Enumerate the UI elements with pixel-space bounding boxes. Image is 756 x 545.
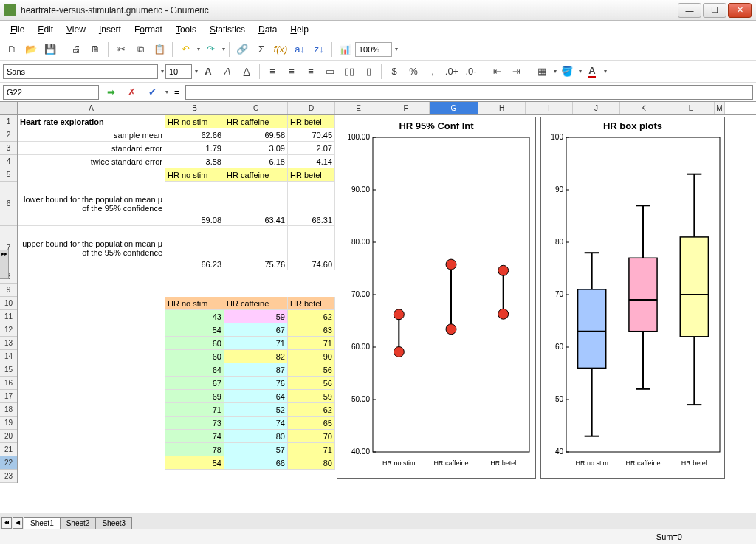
minimize-button[interactable]: — xyxy=(678,3,701,18)
goto-icon[interactable]: ➡ xyxy=(102,83,120,101)
menu-tools[interactable]: Tools xyxy=(170,23,202,36)
currency-icon[interactable]: $ xyxy=(385,63,403,80)
percent-icon[interactable]: % xyxy=(405,63,422,80)
menu-file[interactable]: File xyxy=(4,23,30,36)
sheet-tab[interactable]: Sheet1 xyxy=(24,517,61,529)
svg-point-25 xyxy=(498,265,509,275)
svg-text:60: 60 xyxy=(555,343,564,351)
align-left-icon[interactable]: ≡ xyxy=(264,63,281,80)
dec-indent-icon[interactable]: ⇤ xyxy=(488,63,506,80)
menu-statistics[interactable]: Statistics xyxy=(204,23,251,36)
svg-text:HR betel: HR betel xyxy=(490,459,516,467)
svg-rect-60 xyxy=(680,237,708,337)
statusbar: Sum=0 xyxy=(0,529,756,544)
menu-edit[interactable]: Edit xyxy=(32,23,59,36)
chart-conf-int[interactable]: HR 95% Conf Int 40.0050.0060.0070.0080.0… xyxy=(337,117,536,479)
menu-format[interactable]: Format xyxy=(128,23,168,36)
svg-point-16 xyxy=(394,347,404,357)
sum-icon[interactable]: Σ xyxy=(252,41,270,58)
chart-boxplot[interactable]: HR box plots 405060708090100HR no stimHR… xyxy=(540,117,725,479)
titlebar: heartrate-versus-stimulant.gnumeric - Gn… xyxy=(0,0,756,21)
menubar: File Edit View Insert Format Tools Stati… xyxy=(0,21,756,38)
function-icon[interactable]: f(x) xyxy=(272,41,289,58)
name-box[interactable]: G22 xyxy=(3,85,99,100)
hyperlink-icon[interactable]: 🔗 xyxy=(233,41,251,58)
standard-toolbar: 🗋 📂 💾 🖨 🗎 ✂ ⧉ 📋 ↶▾ ↷▾ 🔗 Σ f(x) a↓ z↓ 📊 1… xyxy=(0,38,756,61)
svg-text:50.00: 50.00 xyxy=(351,395,370,403)
maximize-button[interactable]: ☐ xyxy=(703,3,726,18)
align-center-icon[interactable]: ≡ xyxy=(283,63,300,80)
chart-title: HR box plots xyxy=(541,117,724,134)
app-icon xyxy=(4,4,16,16)
inc-indent-icon[interactable]: ⇥ xyxy=(507,63,525,80)
undo-icon[interactable]: ↶ xyxy=(176,41,194,58)
menu-insert[interactable]: Insert xyxy=(93,23,127,36)
svg-text:90: 90 xyxy=(555,185,564,193)
sheet-tab[interactable]: Sheet3 xyxy=(95,517,132,529)
formula-input[interactable] xyxy=(185,85,753,100)
align-right-icon[interactable]: ≡ xyxy=(302,63,320,80)
borders-icon[interactable]: ▦ xyxy=(533,63,551,80)
svg-text:60.00: 60.00 xyxy=(351,343,370,351)
cancel-icon[interactable]: ✗ xyxy=(123,83,140,101)
sheet-tabs: ⏮ ◀ Sheet1 Sheet2 Sheet3 xyxy=(0,513,756,529)
font-color-icon[interactable]: A xyxy=(583,63,601,80)
svg-text:HR no stim: HR no stim xyxy=(575,459,608,467)
new-icon[interactable]: 🗋 xyxy=(3,41,21,58)
paste-icon[interactable]: 📋 xyxy=(151,41,168,58)
split-icon[interactable]: ▯ xyxy=(360,63,377,80)
thousands-icon[interactable]: , xyxy=(424,63,441,80)
formula-label: = xyxy=(171,87,182,97)
bold-icon[interactable]: A xyxy=(199,63,217,80)
chart-title: HR 95% Conf Int xyxy=(337,117,535,134)
menu-help[interactable]: Help xyxy=(284,23,315,36)
open-icon[interactable]: 📂 xyxy=(22,41,40,58)
close-button[interactable]: ✕ xyxy=(728,3,752,18)
svg-text:40: 40 xyxy=(555,448,564,456)
svg-text:HR no stim: HR no stim xyxy=(382,459,416,467)
print-preview-icon[interactable]: 🗎 xyxy=(86,41,104,58)
accept-icon[interactable]: ✔ xyxy=(143,83,161,101)
font-family-combo[interactable]: Sans xyxy=(3,64,158,79)
chart-svg: 40.0050.0060.0070.0080.0090.00100.00HR n… xyxy=(337,134,537,474)
cut-icon[interactable]: ✂ xyxy=(112,41,130,58)
grid-area: 1234567891011121314151617181920212223 AB… xyxy=(0,102,756,513)
svg-text:100: 100 xyxy=(551,134,563,141)
tab-prev-icon[interactable]: ◀ xyxy=(13,517,23,529)
merge-icon[interactable]: ▭ xyxy=(321,63,339,80)
tab-first-icon[interactable]: ⏮ xyxy=(1,517,12,529)
svg-text:HR caffeine: HR caffeine xyxy=(434,459,469,467)
sort-desc-icon[interactable]: z↓ xyxy=(310,41,328,58)
svg-text:HR betel: HR betel xyxy=(681,459,707,467)
svg-text:80.00: 80.00 xyxy=(351,238,370,246)
menu-data[interactable]: Data xyxy=(252,23,283,36)
dec-decimal-icon[interactable]: .0- xyxy=(462,63,480,80)
column-headers[interactable]: ABCDEFGHIJKLM xyxy=(18,102,756,115)
svg-text:40.00: 40.00 xyxy=(351,448,370,456)
save-icon[interactable]: 💾 xyxy=(41,41,59,58)
svg-rect-53 xyxy=(629,258,657,331)
svg-text:90.00: 90.00 xyxy=(351,185,370,193)
window-title: heartrate-versus-stimulant.gnumeric - Gn… xyxy=(21,5,676,16)
copy-icon[interactable]: ⧉ xyxy=(131,41,149,58)
underline-icon[interactable]: A xyxy=(238,63,255,80)
italic-icon[interactable]: A xyxy=(219,63,236,80)
side-handle[interactable]: ▸▸ xyxy=(0,250,9,279)
cell-reference-bar: G22 ➡ ✗ ✔▾ = xyxy=(0,83,756,102)
sheet-tab[interactable]: Sheet2 xyxy=(60,517,97,529)
fill-color-icon[interactable]: 🪣 xyxy=(558,63,576,80)
sort-asc-icon[interactable]: a↓ xyxy=(291,41,309,58)
font-size-combo[interactable]: 10 xyxy=(165,64,192,79)
svg-text:70: 70 xyxy=(555,290,564,298)
select-all-corner[interactable] xyxy=(0,102,18,115)
merge-split-icon[interactable]: ▯▯ xyxy=(340,63,358,80)
inc-decimal-icon[interactable]: .0+ xyxy=(443,63,461,80)
svg-point-20 xyxy=(446,324,456,335)
chart-svg: 405060708090100HR no stimHR caffeineHR b… xyxy=(541,134,726,474)
print-icon[interactable]: 🖨 xyxy=(67,41,85,58)
chart-icon[interactable]: 📊 xyxy=(336,41,354,58)
redo-icon[interactable]: ↷ xyxy=(202,41,219,58)
zoom-combo[interactable]: 100% xyxy=(355,42,392,57)
menu-view[interactable]: View xyxy=(61,23,92,36)
row-headers[interactable]: 1234567891011121314151617181920212223 xyxy=(0,115,18,483)
